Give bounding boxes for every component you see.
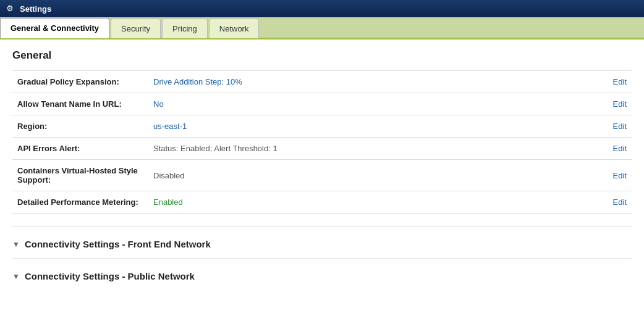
setting-label: Allow Tenant Name In URL: <box>12 93 148 115</box>
tab-bar: General & Connectivity Security Pricing … <box>0 17 644 39</box>
connectivity-public-network-header[interactable]: ▼ Connectivity Settings - Public Network <box>12 271 632 281</box>
edit-link[interactable]: Edit <box>613 144 627 153</box>
edit-link[interactable]: Edit <box>613 77 627 86</box>
settings-row: Allow Tenant Name In URL:NoEdit <box>12 93 632 115</box>
setting-label: Containers Virtual-Hosted Style Support: <box>12 160 148 191</box>
edit-link[interactable]: Edit <box>613 99 627 109</box>
setting-value: No <box>148 93 595 115</box>
tab-security[interactable]: Security <box>111 19 161 38</box>
settings-row: Containers Virtual-Hosted Style Support:… <box>12 160 632 191</box>
connectivity-front-end-header[interactable]: ▼ Connectivity Settings - Front End Netw… <box>12 239 632 249</box>
edit-link[interactable]: Edit <box>613 122 627 131</box>
tab-network[interactable]: Network <box>209 19 260 38</box>
connectivity-front-end-title: Connectivity Settings - Front End Networ… <box>25 239 211 249</box>
setting-label: API Errors Alert: <box>12 138 148 160</box>
title-bar: ⚙ Settings <box>0 0 644 17</box>
connectivity-public-network-section: ▼ Connectivity Settings - Public Network <box>12 265 632 288</box>
setting-label: Detailed Performance Metering: <box>12 191 148 214</box>
setting-value: Drive Addition Step: 10% <box>148 71 595 93</box>
divider-public-network <box>12 258 632 259</box>
tab-general-connectivity[interactable]: General & Connectivity <box>0 18 109 38</box>
general-section-title: General <box>12 49 632 64</box>
setting-value: us-east-1 <box>148 115 595 138</box>
edit-col: Edit <box>595 191 632 214</box>
title-bar-text: Settings <box>20 4 51 14</box>
edit-col: Edit <box>595 138 632 160</box>
chevron-front-end-icon: ▼ <box>12 240 20 249</box>
edit-link[interactable]: Edit <box>613 197 627 207</box>
setting-label: Region: <box>12 115 148 138</box>
settings-row: Detailed Performance Metering:EnabledEdi… <box>12 191 632 214</box>
setting-value: Disabled <box>148 160 595 191</box>
edit-col: Edit <box>595 115 632 138</box>
main-content: General Gradual Policy Expansion:Drive A… <box>0 39 644 297</box>
setting-value: Enabled <box>148 191 595 214</box>
connectivity-front-end-section: ▼ Connectivity Settings - Front End Netw… <box>12 233 632 255</box>
edit-col: Edit <box>595 160 632 191</box>
tab-pricing[interactable]: Pricing <box>162 19 208 38</box>
setting-value: Status: Enabled; Alert Threshold: 1 <box>148 138 595 160</box>
edit-link[interactable]: Edit <box>613 171 627 180</box>
divider-front-end <box>12 226 632 226</box>
edit-col: Edit <box>595 71 632 93</box>
connectivity-public-network-title: Connectivity Settings - Public Network <box>25 271 195 281</box>
settings-table: Gradual Policy Expansion:Drive Addition … <box>12 70 632 214</box>
setting-label: Gradual Policy Expansion: <box>12 71 148 93</box>
settings-row: Gradual Policy Expansion:Drive Addition … <box>12 71 632 93</box>
settings-row: API Errors Alert:Status: Enabled; Alert … <box>12 138 632 160</box>
settings-row: Region:us-east-1Edit <box>12 115 632 138</box>
settings-icon: ⚙ <box>6 4 16 14</box>
edit-col: Edit <box>595 93 632 115</box>
chevron-public-network-icon: ▼ <box>12 272 20 281</box>
